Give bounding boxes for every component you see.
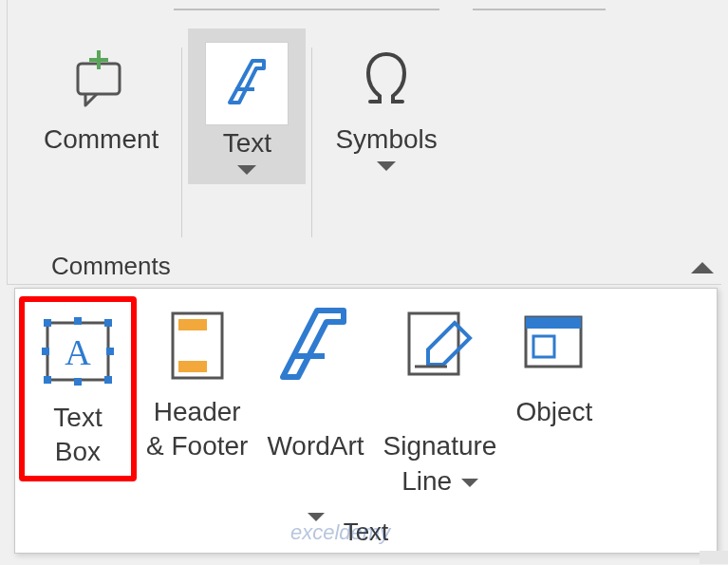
wordart-label: WordArt: [267, 395, 364, 534]
svg-rect-5: [44, 319, 51, 327]
object-icon: [516, 300, 592, 391]
separator: [181, 47, 182, 237]
ribbon-items: Comment Text Symbols: [27, 28, 455, 237]
symbols-label: Symbols: [335, 123, 437, 156]
signature-label-text: Signature Line: [383, 431, 497, 495]
chevron-down-icon: [461, 479, 478, 487]
text-dropdown-popup: A Text Box Header & Footer: [14, 288, 718, 554]
textbox-button[interactable]: A Text Box: [19, 296, 137, 481]
text-label: Text: [223, 127, 271, 160]
svg-rect-7: [44, 376, 51, 384]
symbols-dropdown-button[interactable]: Symbols: [318, 28, 454, 180]
signature-line-button[interactable]: Signature Line: [374, 296, 507, 499]
svg-rect-10: [74, 378, 82, 386]
header-footer-button[interactable]: Header & Footer: [137, 296, 257, 464]
signature-label: Signature Line: [383, 395, 497, 499]
ribbon-section: Comment Text Symbols C: [7, 0, 721, 285]
svg-rect-22: [533, 336, 554, 357]
chevron-down-icon: [237, 165, 256, 175]
wordart-label-text: WordArt: [267, 431, 364, 461]
svg-rect-9: [74, 317, 82, 325]
svg-rect-12: [106, 348, 114, 355]
svg-text:A: A: [65, 332, 91, 372]
top-input-row: [174, 9, 606, 10]
object-label: Object: [515, 395, 592, 429]
wordart-icon: [270, 300, 361, 391]
separator: [311, 47, 312, 237]
symbols-icon: [353, 42, 420, 122]
svg-rect-6: [104, 319, 112, 327]
comment-label: Comment: [44, 123, 159, 156]
group-label-comments: Comments: [51, 252, 171, 281]
top-input-1[interactable]: [174, 9, 439, 10]
svg-rect-11: [42, 348, 49, 355]
comment-icon: [68, 42, 135, 122]
svg-rect-8: [104, 376, 112, 384]
textbox-label: Text Box: [53, 401, 102, 470]
svg-rect-16: [178, 361, 207, 372]
top-input-2[interactable]: [473, 9, 606, 10]
chevron-down-icon: [377, 161, 396, 171]
wordart-button[interactable]: WordArt: [257, 296, 373, 534]
popup-row: A Text Box Header & Footer: [15, 289, 717, 534]
popup-footer-label: Text: [15, 518, 717, 547]
text-icon: [205, 42, 289, 125]
svg-rect-21: [526, 317, 581, 329]
header-footer-icon: [159, 300, 235, 391]
comment-button[interactable]: Comment: [27, 28, 176, 165]
svg-rect-15: [178, 319, 207, 330]
text-dropdown-button[interactable]: Text: [188, 28, 306, 184]
collapse-ribbon-icon[interactable]: [691, 262, 714, 273]
textbox-icon: A: [34, 306, 121, 397]
header-footer-label: Header & Footer: [146, 395, 248, 464]
signature-icon: [400, 300, 481, 391]
object-button[interactable]: Object: [506, 296, 602, 429]
scrollbar-stub[interactable]: [700, 551, 728, 564]
